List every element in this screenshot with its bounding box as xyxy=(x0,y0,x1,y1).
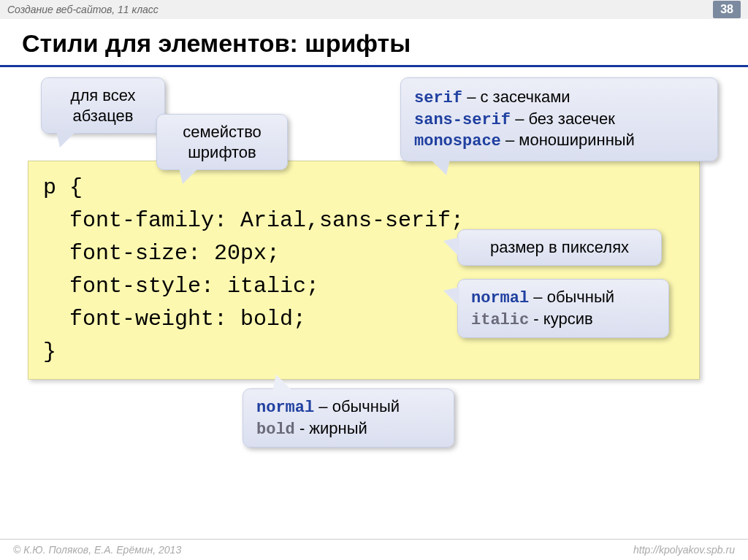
style-value-line: normal – обычный xyxy=(471,287,655,309)
page-number: 38 xyxy=(713,1,741,18)
text: – обычный xyxy=(529,288,614,306)
callout-text: для всех абзацев xyxy=(71,86,136,125)
code-line: font-weight: bold; xyxy=(43,307,306,331)
keyword-sans-serif: sans-serif xyxy=(414,111,511,129)
keyword-bold: bold xyxy=(256,421,295,439)
keyword-serif: serif xyxy=(414,89,462,107)
text: – без засечек xyxy=(511,110,615,128)
breadcrumb: Создание веб-сайтов, 11 класс xyxy=(7,4,159,15)
callout-size: размер в пикселях xyxy=(457,229,662,266)
callout-style-values: normal – обычный italic - курсив xyxy=(457,279,669,338)
generic-family-line: sans-serif – без засечек xyxy=(414,109,704,131)
code-line: font-family: Arial,sans-serif; xyxy=(43,208,464,233)
page-title: Стили для элементов: шрифты xyxy=(0,19,748,67)
weight-value-line: normal – обычный xyxy=(256,396,440,418)
callout-text: размер в пикселях xyxy=(490,238,629,256)
code-line: font-style: italic; xyxy=(43,274,319,299)
code-line: } xyxy=(43,340,56,364)
code-line: p { xyxy=(43,175,83,200)
weight-value-line: bold - жирный xyxy=(256,418,440,440)
style-value-line: italic - курсив xyxy=(471,309,655,331)
keyword-normal: normal xyxy=(256,399,314,417)
text: – обычный xyxy=(314,397,400,415)
code-block: p { font-family: Arial,sans-serif; font-… xyxy=(28,161,700,380)
text: – моноширинный xyxy=(501,131,635,149)
code-line: font-size: 20px; xyxy=(43,241,280,266)
callout-text: семейство шрифтов xyxy=(183,123,262,161)
footer: © К.Ю. Поляков, Е.А. Ерёмин, 2013 http:/… xyxy=(0,539,748,560)
text: - курсив xyxy=(529,310,592,328)
keyword-monospace: monospace xyxy=(414,132,501,150)
keyword-italic: italic xyxy=(471,311,529,329)
text: – с засечками xyxy=(462,88,570,106)
callout-generic-families: serif – с засечками sans-serif – без зас… xyxy=(400,77,718,161)
footer-copyright: © К.Ю. Поляков, Е.А. Ерёмин, 2013 xyxy=(13,544,181,556)
keyword-normal: normal xyxy=(471,289,529,307)
top-bar: Создание веб-сайтов, 11 класс 38 xyxy=(0,0,748,19)
text: - жирный xyxy=(295,419,367,437)
content-area: p { font-family: Arial,sans-serif; font-… xyxy=(0,67,748,549)
generic-family-line: monospace – моноширинный xyxy=(414,130,704,152)
footer-url: http://kpolyakov.spb.ru xyxy=(633,544,735,556)
generic-family-line: serif – с засечками xyxy=(414,87,704,109)
callout-all-paragraphs: для всех абзацев xyxy=(41,77,165,134)
callout-weight-values: normal – обычный bold - жирный xyxy=(243,388,454,448)
callout-font-family: семейство шрифтов xyxy=(156,114,288,170)
